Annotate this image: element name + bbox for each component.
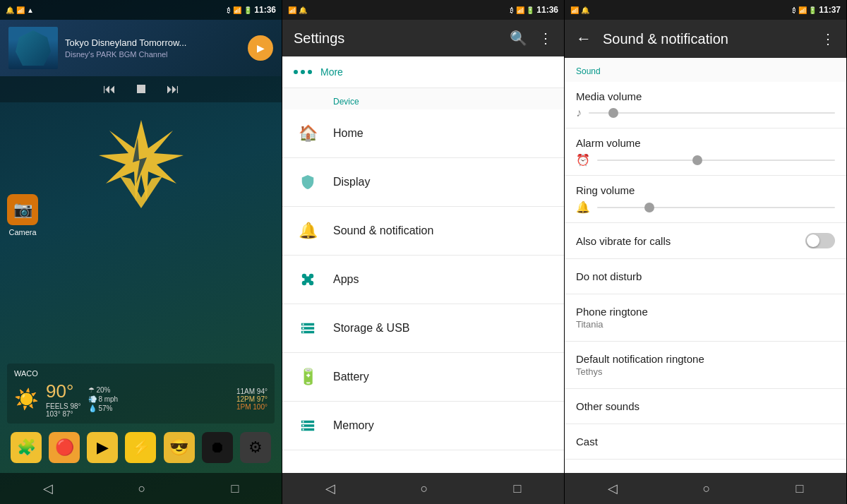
back-icon[interactable]: ← [576, 30, 591, 48]
app-icon-play[interactable]: ⏺ [202, 432, 233, 463]
app-icon-settings[interactable]: ⚙ [240, 432, 271, 463]
ring-volume-label: Ring volume [576, 184, 835, 196]
music-note-icon: ♪ [576, 107, 582, 119]
apps-item-label: Apps [333, 273, 359, 286]
signal-icon: ▲ [27, 6, 34, 14]
storage-item-label: Storage & USB [333, 322, 410, 335]
home-button[interactable]: ○ [138, 481, 146, 496]
clock-sound: 11:37 [819, 5, 841, 15]
media-volume-row: ♪ [576, 107, 835, 119]
camera-icon: 📷 [7, 194, 38, 225]
status-icons-right-s: ₿ 📶 🔋 11:36 [510, 5, 558, 15]
clock: 11:36 [254, 5, 276, 15]
settings-list: More Device 🏠 Home Display 🔔 Sound & not… [282, 56, 564, 473]
media-volume-item: Media volume ♪ [565, 82, 846, 128]
music-info: Tokyo Disneyland Tomorrow... Disney's PA… [65, 37, 241, 59]
status-icons-right-sn: ₿ 📶 🔋 11:37 [793, 5, 841, 15]
search-icon[interactable]: 🔍 [510, 30, 527, 47]
settings-item-display[interactable]: Display [282, 158, 564, 207]
recents-btn-sound[interactable]: □ [796, 481, 804, 496]
settings-item-memory[interactable]: Memory [282, 402, 564, 450]
svg-marker-1 [120, 176, 162, 208]
camera-label: Camera [8, 228, 36, 236]
app-icon-puzzle[interactable]: 🧩 [11, 432, 42, 463]
back-btn-settings[interactable]: ◁ [325, 481, 335, 496]
alarm-volume-label: Alarm volume [576, 137, 835, 149]
alarm-volume-item: Alarm volume ⏰ [565, 128, 846, 176]
music-subtitle: Disney's PARK BGM Channel [65, 50, 241, 59]
home-btn-sound[interactable]: ○ [703, 481, 711, 496]
nav-bar-sound: ◁ ○ □ [565, 473, 846, 504]
instinct-svg [92, 116, 191, 208]
alarm-volume-slider[interactable] [597, 160, 835, 161]
sound-header: ← Sound & notification ⋮ [565, 20, 846, 58]
status-bar-home: 🔔 📶 ▲ ₿ 📶 🔋 11:36 [0, 0, 282, 20]
settings-item-sound[interactable]: 🔔 Sound & notification [282, 207, 564, 256]
team-instinct-logo [92, 116, 191, 208]
cast-item[interactable]: Cast [565, 424, 846, 460]
back-btn-sound[interactable]: ◁ [608, 481, 618, 496]
alarm-volume-row: ⏰ [576, 153, 835, 167]
recents-button[interactable]: □ [232, 481, 239, 496]
battery-icon: 🔋 [244, 6, 252, 14]
app-icon-chrome[interactable]: 🔴 [49, 432, 80, 463]
phone-ringtone-value: Titania [576, 319, 835, 330]
recents-btn-settings[interactable]: □ [514, 481, 522, 496]
menu-icon[interactable]: ⋮ [821, 30, 835, 47]
music-title: Tokyo Disneyland Tomorrow... [65, 37, 241, 49]
default-notification-value: Tethys [576, 366, 835, 377]
phone-ringtone-item[interactable]: Phone ringtone Titania [565, 294, 846, 342]
music-controls: ⏮ ⏭ [0, 76, 282, 102]
forecast-1pm: 1PM 100° [236, 403, 268, 411]
device-section-label: Device [282, 88, 564, 109]
home-icon: 🏠 [294, 119, 322, 148]
sound-item-label: Sound & notification [333, 224, 433, 237]
vibrate-toggle[interactable] [805, 233, 835, 248]
ring-volume-row: 🔔 [576, 200, 835, 214]
app-icon-minion[interactable]: 😎 [164, 432, 195, 463]
memory-icon [294, 412, 322, 440]
more-vert-icon[interactable]: ⋮ [539, 30, 553, 47]
settings-item-apps[interactable]: Apps [282, 256, 564, 304]
media-volume-slider[interactable] [589, 112, 835, 114]
camera-widget[interactable]: 📷 Camera [7, 194, 38, 236]
other-sounds-label: Other sounds [576, 400, 835, 412]
ring-volume-slider[interactable] [597, 207, 835, 208]
home-btn-settings[interactable]: ○ [421, 481, 428, 496]
forecast-12pm: 12PM 97° [236, 395, 268, 403]
weather-widget: WACO ☀️ 90° FEELS 98° 103° 87° ☂ 20% 💨 8… [7, 364, 275, 424]
more-label: More [320, 66, 343, 78]
album-art [8, 27, 58, 69]
settings-title: Settings [294, 30, 344, 47]
dot1 [294, 70, 298, 74]
app-icon-pikachu[interactable]: ⚡ [125, 432, 156, 463]
media-volume-label: Media volume [576, 90, 835, 102]
wifi-icon: 📶 [16, 6, 25, 14]
nav-bar-settings: ◁ ○ □ [282, 473, 564, 504]
settings-item-storage[interactable]: Storage & USB [282, 304, 564, 353]
app-icon-movies[interactable]: ▶ [87, 432, 118, 463]
app-dock: 🧩 🔴 ▶ ⚡ 😎 ⏺ ⚙ [7, 429, 275, 466]
phone-ringtone-label: Phone ringtone [576, 306, 835, 318]
home-content: 📷 Camera WACO ☀️ 90° [0, 102, 282, 473]
status-bar-settings: 📶 🔔 ₿ 📶 🔋 11:36 [282, 0, 564, 20]
forecast-11am: 11AM 94° [236, 388, 268, 395]
settings-item-home[interactable]: 🏠 Home [282, 109, 564, 158]
back-button[interactable]: ◁ [43, 481, 53, 496]
status-icons-right: ₿ 📶 🔋 11:36 [227, 5, 276, 15]
clock-settings: 11:36 [536, 5, 558, 15]
play-button[interactable]: ▶ [248, 35, 273, 61]
home-item-label: Home [333, 127, 364, 140]
weather-location: WACO [14, 369, 268, 378]
settings-item-battery[interactable]: 🔋 Battery [282, 353, 564, 402]
next-button[interactable]: ⏭ [167, 82, 179, 97]
vibrate-item[interactable]: Also vibrate for calls [565, 223, 846, 259]
default-notification-item[interactable]: Default notification ringtone Tethys [565, 342, 846, 389]
settings-more-item[interactable]: More [282, 56, 564, 88]
prev-button[interactable]: ⏮ [103, 82, 116, 97]
stop-button[interactable] [137, 82, 145, 97]
music-player: Tokyo Disneyland Tomorrow... Disney's PA… [0, 20, 282, 76]
other-sounds-item[interactable]: Other sounds [565, 389, 846, 424]
do-not-disturb-item[interactable]: Do not disturb [565, 259, 846, 294]
bluetooth-icon: ₿ [227, 6, 231, 14]
